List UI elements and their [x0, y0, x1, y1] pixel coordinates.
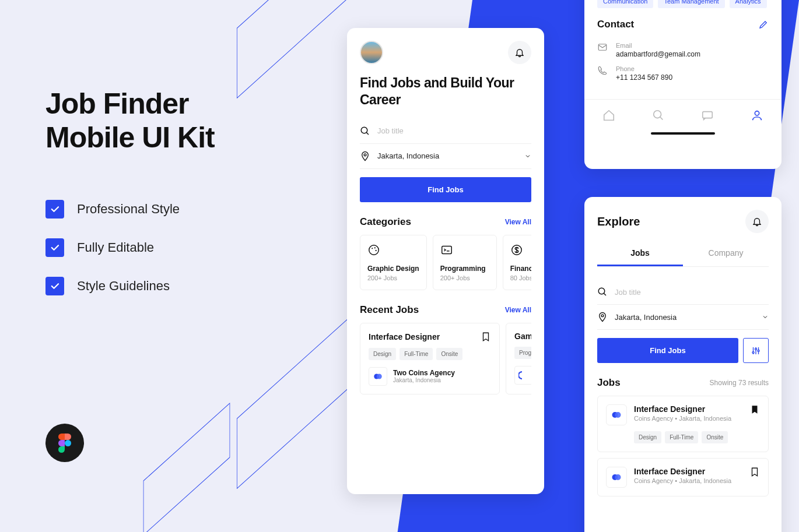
decorative-shape	[237, 309, 358, 489]
company-logo	[606, 467, 627, 488]
bell-icon	[514, 47, 525, 58]
terminal-icon	[440, 244, 453, 256]
svg-point-2	[369, 245, 379, 255]
location-icon	[360, 151, 370, 161]
palette-icon	[367, 244, 380, 256]
filter-button[interactable]	[743, 338, 769, 363]
explore-heading: Explore	[597, 215, 640, 228]
chat-tab-icon[interactable]	[701, 109, 714, 122]
job-card[interactable]: Game D Programm S	[506, 323, 531, 394]
recent-jobs-heading: Recent Jobs	[360, 304, 419, 316]
find-jobs-button[interactable]: Find Jobs	[360, 177, 531, 202]
svg-point-18	[758, 350, 759, 351]
check-icon	[45, 238, 64, 257]
jobs-heading: Jobs	[597, 377, 621, 389]
svg-point-4	[374, 247, 376, 248]
profile-tab-icon[interactable]	[751, 109, 763, 122]
bookmark-filled-icon[interactable]	[749, 404, 760, 415]
svg-point-1	[364, 153, 366, 156]
svg-point-20	[615, 412, 621, 418]
feature-item: Professional Style	[45, 200, 302, 219]
edit-icon[interactable]	[758, 19, 769, 30]
phone-explore-screen: Explore Jobs Company Job title Jakarta, …	[584, 197, 782, 532]
tab-jobs[interactable]: Jobs	[597, 241, 683, 266]
check-icon	[45, 200, 64, 219]
find-jobs-button[interactable]: Find Jobs	[597, 338, 738, 363]
search-tab-icon[interactable]	[652, 109, 665, 122]
search-icon	[597, 287, 608, 297]
svg-point-0	[361, 127, 367, 133]
phone-profile-screen: Communication Team Management Analytics …	[584, 0, 782, 169]
feature-item: Fully Editable	[45, 238, 302, 257]
svg-point-13	[755, 111, 759, 115]
figma-logo-icon	[45, 424, 84, 462]
job-listing[interactable]: Interface Designer Coins Agency • Jakart…	[597, 396, 769, 452]
company-logo	[606, 404, 627, 425]
feature-item: Style Guidelines	[45, 277, 302, 295]
page-headline: Find Jobs and Build Your Career	[360, 75, 531, 108]
notifications-button[interactable]	[745, 210, 769, 233]
job-title-input[interactable]: Job title	[360, 119, 531, 144]
phone-home-screen: Find Jobs and Build Your Career Job titl…	[347, 28, 544, 494]
home-tab-icon[interactable]	[602, 109, 615, 122]
bookmark-icon[interactable]	[749, 467, 760, 477]
skill-chip: Communication	[597, 0, 653, 8]
avatar[interactable]	[360, 41, 383, 64]
results-count: Showing 73 results	[710, 379, 769, 387]
bell-icon	[752, 216, 762, 227]
decorative-shape	[237, 0, 358, 98]
skill-chip: Team Management	[658, 0, 724, 8]
job-tag: Programm	[514, 347, 531, 359]
location-select[interactable]: Jakarta, Indonesia	[597, 305, 769, 330]
skill-chip: Analytics	[730, 0, 767, 8]
job-listing[interactable]: Interface Designer Coins Agency • Jakart…	[597, 458, 769, 496]
svg-point-3	[372, 248, 373, 249]
notifications-button[interactable]	[508, 41, 531, 64]
home-indicator	[651, 132, 715, 135]
location-icon	[597, 312, 608, 322]
check-icon	[45, 277, 64, 295]
company-logo	[514, 366, 531, 385]
svg-point-9	[377, 374, 382, 379]
svg-point-5	[376, 249, 377, 251]
svg-point-11	[654, 111, 661, 118]
job-tag: Onsite	[702, 431, 728, 443]
view-all-recent-link[interactable]: View All	[505, 306, 531, 314]
job-tag: Full-Time	[400, 348, 433, 360]
job-tag: Full-Time	[665, 431, 698, 443]
bookmark-icon[interactable]	[481, 332, 491, 342]
job-tag: Onsite	[436, 348, 462, 360]
svg-rect-12	[703, 112, 713, 118]
view-all-categories-link[interactable]: View All	[505, 218, 531, 226]
svg-rect-10	[598, 44, 607, 51]
chevron-down-icon	[762, 313, 769, 320]
job-title-input[interactable]: Job title	[597, 280, 769, 305]
svg-point-17	[755, 348, 757, 350]
job-card[interactable]: Interface Designer Design Full-Time Onsi…	[360, 323, 500, 394]
tab-company[interactable]: Company	[683, 241, 769, 266]
category-card[interactable]: Programming 200+ Jobs	[433, 235, 497, 290]
category-card[interactable]: Graphic Design 200+ Jobs	[360, 235, 427, 290]
decorative-shape	[143, 403, 230, 532]
location-select[interactable]: Jakarta, Indonesia	[360, 144, 531, 169]
email-icon	[597, 42, 608, 52]
job-tag: Design	[369, 348, 396, 360]
job-tag: Design	[634, 431, 661, 443]
chevron-down-icon	[524, 153, 531, 160]
svg-point-22	[615, 474, 621, 480]
svg-point-15	[601, 315, 604, 317]
categories-heading: Categories	[360, 216, 411, 228]
svg-point-16	[752, 351, 754, 353]
sliders-icon	[751, 346, 761, 356]
dollar-icon	[510, 244, 523, 256]
phone-icon	[597, 65, 608, 76]
search-icon	[360, 126, 370, 136]
company-logo	[369, 367, 387, 386]
contact-heading: Contact	[597, 19, 634, 30]
svg-rect-6	[441, 246, 451, 253]
category-card[interactable]: Finance 80 Jobs	[503, 235, 531, 290]
promo-title: Job Finder Mobile UI Kit	[45, 87, 302, 154]
svg-point-14	[598, 288, 605, 294]
